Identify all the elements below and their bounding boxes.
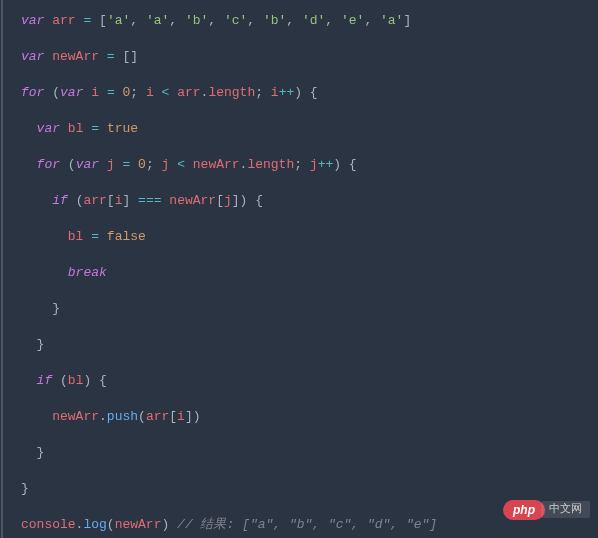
blank-line [21, 390, 598, 408]
code-line: var arr = ['a', 'a', 'b', 'c', 'b', 'd',… [21, 12, 598, 30]
watermark-text: 中文网 [541, 501, 590, 518]
blank-line [21, 138, 598, 156]
code-line: if (arr[i] === newArr[j]) { [21, 192, 598, 210]
blank-line [21, 174, 598, 192]
code-line: } [21, 336, 598, 354]
blank-line [21, 318, 598, 336]
code-line: for (var j = 0; j < newArr.length; j++) … [21, 156, 598, 174]
code-line: var newArr = [] [21, 48, 598, 66]
blank-line [21, 30, 598, 48]
blank-line [21, 426, 598, 444]
blank-line [21, 246, 598, 264]
code-line: for (var i = 0; i < arr.length; i++) { [21, 84, 598, 102]
watermark: php 中文网 [503, 500, 590, 520]
blank-line [21, 354, 598, 372]
code-line: } [21, 300, 598, 318]
code-line: bl = false [21, 228, 598, 246]
code-line: } [21, 444, 598, 462]
code-editor: var arr = ['a', 'a', 'b', 'c', 'b', 'd',… [1, 0, 598, 538]
blank-line [21, 210, 598, 228]
blank-line [21, 66, 598, 84]
code-line: var bl = true [21, 120, 598, 138]
code-line: if (bl) { [21, 372, 598, 390]
code-line: break [21, 264, 598, 282]
php-badge-icon: php [503, 500, 545, 520]
code-line: } [21, 480, 598, 498]
blank-line [21, 102, 598, 120]
blank-line [21, 462, 598, 480]
code-line: newArr.push(arr[i]) [21, 408, 598, 426]
blank-line [21, 282, 598, 300]
